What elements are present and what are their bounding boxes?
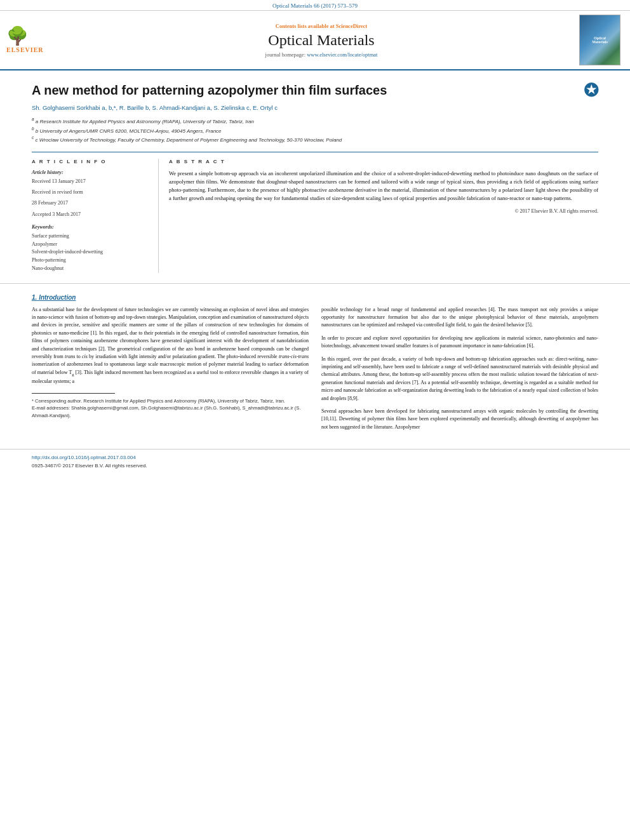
corresponding-footnote: * Corresponding author. Research Institu… bbox=[32, 397, 309, 404]
article-info-abstract: A R T I C L E I N F O Article history: R… bbox=[32, 152, 598, 273]
received-date: Received 13 January 2017 bbox=[32, 178, 151, 185]
paper-section: A new method for patterning azopolymer t… bbox=[0, 70, 630, 273]
footnote-email: E-mail addresses: Shahla.golghasemi@gmai… bbox=[32, 405, 300, 418]
affiliation-a: a a Research Institute for Applied Physi… bbox=[32, 116, 598, 126]
keywords-section: Keywords: Surface patterning Azopolymer … bbox=[32, 224, 151, 273]
affiliation-b: b b University of Angers/UMR CNRS 6200, … bbox=[32, 126, 598, 135]
abstract-text: We present a simple bottom-up approach v… bbox=[169, 170, 598, 203]
intro-right-col: possible technology for a broad range of… bbox=[321, 306, 598, 436]
intro-para-5: Several approaches have been developed f… bbox=[321, 408, 598, 431]
journal-cover-image: OpticalMaterials bbox=[579, 15, 624, 65]
paper-title: A new method for patterning azopolymer t… bbox=[32, 83, 598, 98]
authors-line: Sh. Golghasemi Sorkhabi a, b,*, R. Baril… bbox=[32, 104, 598, 111]
footnote-divider bbox=[32, 393, 115, 394]
keyword-1: Surface patterning bbox=[32, 232, 151, 241]
journal-header: 🌳 ELSEVIER Contents lists available at S… bbox=[0, 11, 630, 70]
affiliation-c: c c Wroclaw University of Technology, Fa… bbox=[32, 135, 598, 144]
abstract-column: A B S T R A C T We present a simple bott… bbox=[169, 159, 598, 273]
keywords-list: Surface patterning Azopolymer Solvent-dr… bbox=[32, 232, 151, 273]
intro-heading: 1. Introduction bbox=[32, 294, 598, 301]
abstract-section-label: A B S T R A C T bbox=[169, 159, 598, 164]
intro-para-3: In order to procure and explore novel op… bbox=[321, 335, 598, 350]
keyword-3: Solvent-droplet-induced-dewetting bbox=[32, 248, 151, 257]
article-info-label: A R T I C L E I N F O bbox=[32, 159, 151, 164]
copyright-line: © 2017 Elsevier B.V. All rights reserved… bbox=[169, 208, 598, 214]
intro-para-4: In this regard, over the past decade, a … bbox=[321, 356, 598, 403]
footnote-corresponding: * Corresponding author. Research Institu… bbox=[32, 398, 285, 404]
introduction-section: 1. Introduction As a substantial base fo… bbox=[0, 294, 630, 436]
cover-thumbnail: OpticalMaterials bbox=[579, 15, 620, 65]
keyword-4: Photo-patterning bbox=[32, 257, 151, 265]
journal-center-info: Contents lists available at ScienceDirec… bbox=[64, 23, 579, 58]
keywords-title: Keywords: bbox=[32, 224, 151, 230]
received-revised-date: 28 February 2017 bbox=[32, 199, 151, 206]
journal-title: Optical Materials bbox=[64, 32, 579, 49]
intro-para-1: As a substantial base for the developmen… bbox=[32, 306, 309, 385]
section-number: 1. bbox=[32, 294, 37, 301]
journal-citation-bar: Optical Materials 66 (2017) 573–579 bbox=[0, 0, 630, 11]
elsevier-brand-name: ELSEVIER bbox=[6, 46, 44, 53]
title-text: A new method for patterning azopolymer t… bbox=[32, 83, 387, 97]
section-title: Introduction bbox=[39, 294, 76, 301]
intro-left-col: As a substantial base for the developmen… bbox=[32, 306, 309, 436]
intro-body: As a substantial base for the developmen… bbox=[32, 306, 598, 436]
intro-para-2: possible technology for a broad range of… bbox=[321, 306, 598, 330]
affiliations: a a Research Institute for Applied Physi… bbox=[32, 116, 598, 144]
email-footnote: E-mail addresses: Shahla.golghasemi@gmai… bbox=[32, 404, 309, 419]
doi-link[interactable]: http://dx.doi.org/10.1016/j.optmat.2017.… bbox=[32, 455, 598, 460]
journal-homepage: journal homepage: www.elsevier.com/locat… bbox=[64, 51, 579, 58]
homepage-link[interactable]: www.elsevier.com/locate/optmat bbox=[307, 51, 377, 58]
sciencedirect-line: Contents lists available at ScienceDirec… bbox=[64, 23, 579, 29]
bottom-copyright: 0925-3467/© 2017 Elsevier B.V. All right… bbox=[32, 463, 598, 469]
elsevier-logo: 🌳 ELSEVIER bbox=[6, 27, 64, 53]
article-info-column: A R T I C L E I N F O Article history: R… bbox=[32, 159, 159, 273]
elsevier-tree-icon: 🌳 bbox=[6, 27, 29, 45]
bottom-bar: http://dx.doi.org/10.1016/j.optmat.2017.… bbox=[0, 449, 630, 471]
section-divider bbox=[0, 283, 630, 284]
received-revised-label: Received in revised form bbox=[32, 189, 151, 196]
keyword-5: Nano-doughnut bbox=[32, 265, 151, 273]
crossmark-icon: ✪ bbox=[584, 80, 598, 101]
doi-url[interactable]: http://dx.doi.org/10.1016/j.optmat.2017.… bbox=[32, 455, 136, 460]
history-label: Article history: bbox=[32, 170, 151, 175]
sciencedirect-brand: ScienceDirect bbox=[336, 23, 367, 29]
keyword-2: Azopolymer bbox=[32, 241, 151, 249]
journal-citation-text: Optical Materials 66 (2017) 573–579 bbox=[272, 3, 358, 9]
accepted-date: Accepted 3 March 2017 bbox=[32, 211, 151, 218]
